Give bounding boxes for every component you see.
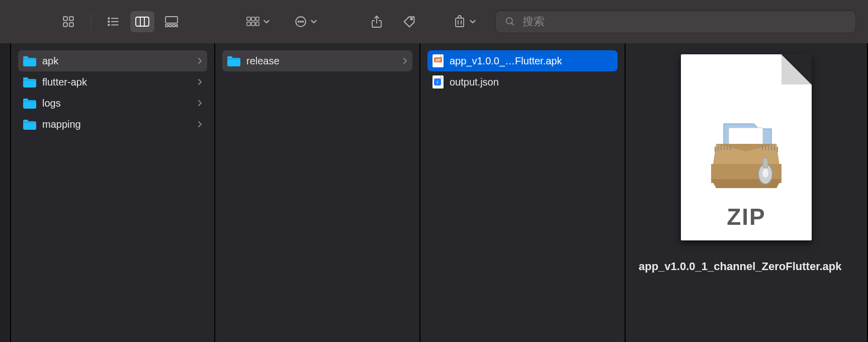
svg-rect-14: [165, 25, 168, 27]
chevron-right-icon: [197, 98, 202, 109]
svg-rect-18: [247, 17, 250, 21]
toolbar: [0, 0, 868, 43]
folder-icon: [23, 76, 36, 88]
column-3: ZIP app_v1.0.0_…Flutter.apk i output.jso…: [420, 43, 626, 342]
chevron-right-icon: [197, 119, 202, 130]
search-box[interactable]: [495, 10, 856, 33]
list-item[interactable]: logs: [18, 93, 207, 114]
preview-filename: app_v1.0.0_1_channel_ZeroFlutter.apk: [639, 259, 854, 275]
svg-rect-22: [251, 22, 255, 26]
svg-rect-13: [165, 17, 178, 23]
list-item[interactable]: apk: [18, 50, 207, 71]
item-label: mapping: [42, 119, 81, 130]
svg-point-50: [762, 168, 768, 178]
preview-pane: ZIP app_v1.0.0_1_channel_ZeroFlutter.apk: [626, 43, 868, 342]
item-label: output.json: [450, 76, 499, 88]
chevron-right-icon: [197, 76, 202, 88]
list-item[interactable]: i output.json: [427, 71, 618, 93]
list-item[interactable]: ZIP app_v1.0.0_…Flutter.apk: [427, 50, 618, 71]
chevron-down-icon: [310, 18, 317, 25]
svg-point-8: [108, 24, 110, 26]
item-label: flutter-apk: [42, 76, 87, 88]
search-icon: [505, 16, 515, 27]
svg-rect-16: [172, 25, 175, 27]
svg-rect-51: [763, 158, 768, 168]
view-columns[interactable]: [130, 11, 154, 32]
svg-rect-0: [63, 17, 67, 21]
item-label: apk: [42, 55, 58, 67]
svg-line-34: [511, 23, 513, 25]
view-gallery[interactable]: [159, 11, 184, 32]
folder-icon: [23, 55, 36, 66]
search-input[interactable]: [523, 15, 846, 28]
view-list[interactable]: [101, 11, 125, 32]
svg-point-25: [298, 21, 299, 22]
preview-thumbnail: ZIP: [681, 54, 812, 240]
column-2: release: [215, 43, 420, 342]
action-dropdown[interactable]: [292, 11, 319, 32]
folder-icon: [23, 119, 36, 130]
svg-rect-19: [251, 17, 255, 21]
list-item[interactable]: mapping: [18, 114, 207, 135]
quick-actions-dropdown[interactable]: [451, 11, 478, 32]
tags-button[interactable]: [397, 11, 421, 32]
svg-rect-17: [176, 25, 178, 27]
svg-rect-15: [169, 25, 171, 27]
column-gutter: [0, 43, 11, 342]
svg-rect-3: [69, 23, 73, 27]
svg-rect-21: [247, 22, 250, 26]
list-item[interactable]: flutter-apk: [18, 71, 207, 93]
item-label: app_v1.0.0_…Flutter.apk: [450, 55, 562, 67]
column-1: apk flutter-apk logs mapping: [11, 43, 215, 342]
svg-point-6: [108, 21, 110, 23]
archive-box-icon: [701, 104, 792, 199]
svg-point-26: [300, 21, 301, 22]
svg-rect-23: [256, 22, 259, 26]
list-item[interactable]: release: [222, 50, 412, 71]
svg-rect-20: [256, 17, 259, 21]
chevron-down-icon: [469, 18, 476, 25]
view-mode-group: [56, 11, 184, 32]
svg-point-27: [302, 21, 303, 22]
svg-point-4: [108, 18, 110, 19]
group-by-dropdown[interactable]: [244, 11, 272, 32]
svg-rect-2: [63, 23, 67, 27]
folder-icon: [23, 98, 36, 109]
zip-file-icon: ZIP: [432, 54, 444, 67]
share-button[interactable]: [365, 11, 389, 32]
folder-icon: [227, 55, 240, 66]
column-browser: apk flutter-apk logs mapping: [0, 43, 868, 342]
chevron-right-icon: [402, 55, 407, 67]
view-icon-grid[interactable]: [56, 11, 80, 32]
svg-rect-10: [136, 17, 149, 26]
svg-rect-1: [69, 17, 73, 21]
preview-kind-label: ZIP: [727, 203, 766, 230]
svg-rect-30: [456, 18, 464, 27]
toolbar-divider: [91, 14, 91, 30]
item-label: release: [246, 55, 280, 67]
chevron-down-icon: [263, 18, 270, 25]
chevron-right-icon: [197, 55, 202, 67]
item-label: logs: [42, 98, 61, 109]
svg-point-29: [411, 18, 412, 20]
json-file-icon: i: [432, 75, 444, 89]
